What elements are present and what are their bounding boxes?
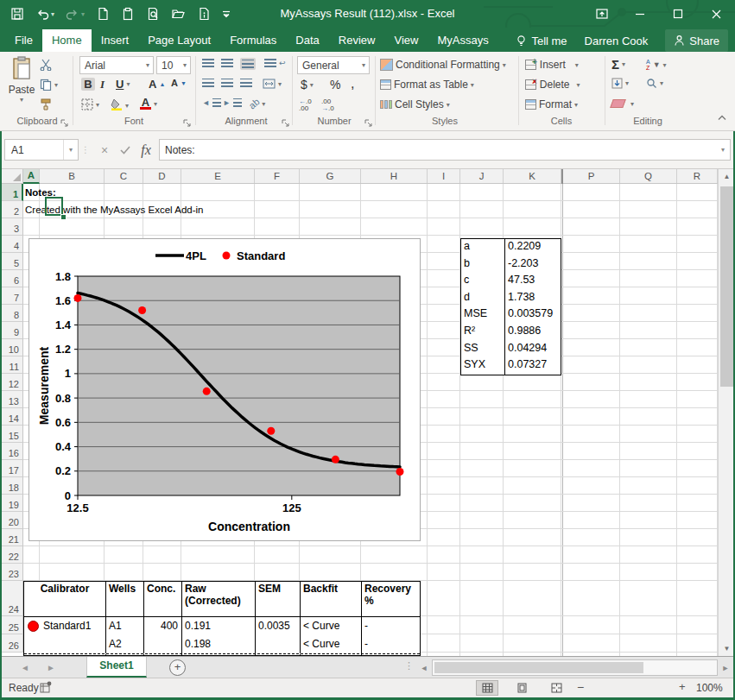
- page-break-view-button[interactable]: [545, 680, 567, 696]
- comma-style-button[interactable]: ,: [351, 76, 354, 91]
- previous-sheet-icon[interactable]: ◄: [21, 657, 29, 678]
- sort-filter-button[interactable]: AZ▼▾: [646, 59, 667, 71]
- user-account[interactable]: Darren Cook: [585, 29, 649, 52]
- column-header-B[interactable]: B: [40, 169, 105, 183]
- conditional-formatting-button[interactable]: Conditional Formatting▾: [380, 59, 506, 71]
- delete-cells-button[interactable]: × Delete▾: [525, 79, 580, 91]
- number-dialog-launcher[interactable]: [364, 117, 373, 126]
- row-header-4[interactable]: 4: [0, 236, 23, 253]
- name-box-dropdown-icon[interactable]: ▾: [63, 140, 78, 160]
- font-color-button[interactable]: A ▾: [140, 98, 157, 110]
- insert-cells-button[interactable]: + Insert▾: [525, 59, 579, 71]
- align-right-button[interactable]: [240, 79, 252, 87]
- bold-button[interactable]: B: [81, 78, 95, 91]
- format-cells-button[interactable]: Format▾: [525, 98, 578, 110]
- close-icon[interactable]: [697, 0, 735, 28]
- tell-me-button[interactable]: Tell me: [516, 29, 567, 52]
- clipboard-icon[interactable]: [121, 7, 135, 21]
- copy-button[interactable]: ▾: [40, 79, 58, 91]
- formula-bar-expand-icon[interactable]: ▾: [721, 146, 730, 154]
- vertical-scroll-thumb[interactable]: [720, 186, 733, 387]
- fill-button[interactable]: ▾: [611, 78, 629, 89]
- alignment-dialog-launcher[interactable]: [282, 117, 290, 126]
- zoom-level[interactable]: 100%: [696, 682, 723, 694]
- accounting-format-button[interactable]: $▾: [301, 78, 314, 91]
- formula-bar-grip[interactable]: ⋮: [82, 139, 89, 161]
- formula-input[interactable]: Notes: ▾: [159, 139, 731, 161]
- autosum-button[interactable]: Σ▾: [611, 57, 625, 72]
- cells-area[interactable]: Notes: Created with the MyAssays Excel A…: [23, 184, 718, 656]
- column-header-A[interactable]: A: [23, 169, 40, 184]
- tab-review[interactable]: Review: [329, 29, 385, 52]
- row-header-19[interactable]: 19: [0, 495, 23, 512]
- decrease-indent-button[interactable]: ◄: [202, 98, 221, 107]
- decrease-decimal-button[interactable]: .00→.0: [321, 98, 334, 112]
- cut-button[interactable]: [40, 59, 52, 71]
- orientation-button[interactable]: ab▾: [249, 98, 265, 109]
- borders-button[interactable]: ▾: [81, 98, 99, 110]
- cell-A2[interactable]: Created with the MyAssays Excel Add-in: [25, 201, 203, 218]
- tab-myassays[interactable]: MyAssays: [428, 29, 497, 52]
- fill-color-button[interactable]: ▾: [111, 98, 129, 113]
- row-header-3[interactable]: 3: [0, 218, 23, 236]
- column-header-R[interactable]: R: [677, 169, 718, 183]
- vertical-scrollbar[interactable]: ▲ ▼: [718, 169, 735, 656]
- increase-indent-button[interactable]: ►: [223, 98, 242, 107]
- fill-handle[interactable]: [60, 214, 67, 220]
- horizontal-scroll-thumb[interactable]: [434, 662, 643, 673]
- minimize-icon[interactable]: [621, 0, 659, 28]
- font-dialog-launcher[interactable]: [183, 117, 192, 126]
- row-header-2[interactable]: 2: [0, 201, 23, 218]
- row-header-16[interactable]: 16: [0, 443, 23, 460]
- name-box[interactable]: A1 ▾: [4, 139, 79, 161]
- increase-decimal-button[interactable]: ←.0.00: [299, 98, 312, 112]
- tab-formulas[interactable]: Formulas: [220, 29, 286, 52]
- save-icon[interactable]: [10, 7, 24, 21]
- tab-home[interactable]: Home: [42, 29, 92, 52]
- align-middle-button[interactable]: [221, 59, 233, 67]
- row-header-20[interactable]: 20: [0, 512, 23, 529]
- row-header-17[interactable]: 17: [0, 460, 23, 477]
- row-header-13[interactable]: 13: [0, 391, 23, 408]
- undo-button[interactable]: ▾: [35, 7, 54, 21]
- number-format-select[interactable]: General▾: [297, 56, 370, 74]
- tab-file[interactable]: File: [5, 29, 42, 52]
- row-header-14[interactable]: 14: [0, 408, 23, 426]
- format-as-table-button[interactable]: Format as Table▾: [380, 79, 474, 91]
- align-bottom-button[interactable]: [240, 58, 256, 70]
- redo-button[interactable]: ▾: [66, 7, 85, 21]
- row-header-12[interactable]: 12: [0, 374, 23, 391]
- row-header-10[interactable]: 10: [0, 339, 23, 356]
- font-size-select[interactable]: 10▾: [156, 56, 191, 74]
- normal-view-button[interactable]: [476, 680, 498, 696]
- tab-view[interactable]: View: [384, 29, 428, 52]
- macro-record-icon[interactable]: [40, 681, 52, 696]
- scroll-left-icon[interactable]: ◄: [418, 659, 430, 676]
- merge-center-button[interactable]: ▾: [263, 79, 282, 89]
- row-header-7[interactable]: 7: [0, 287, 23, 305]
- undo-dropdown-icon[interactable]: ▾: [51, 10, 54, 18]
- collapse-ribbon-button[interactable]: [717, 114, 727, 123]
- share-button[interactable]: Share: [665, 29, 728, 52]
- column-header-I[interactable]: I: [428, 169, 460, 183]
- column-header-C[interactable]: C: [105, 169, 143, 183]
- column-header-E[interactable]: E: [181, 169, 255, 183]
- new-sheet-button[interactable]: +: [169, 659, 186, 676]
- select-all-button[interactable]: [0, 169, 23, 183]
- calibration-chart[interactable]: 00.20.40.60.811.21.41.61.812.5125Concent…: [29, 238, 421, 541]
- row-header-22[interactable]: 22: [0, 546, 23, 564]
- column-header-Q[interactable]: Q: [620, 169, 677, 183]
- column-header-D[interactable]: D: [143, 169, 181, 183]
- format-painter-button[interactable]: [40, 98, 52, 110]
- sheet-tab-sheet1[interactable]: Sheet1: [86, 657, 147, 678]
- print-preview-icon[interactable]: [146, 7, 160, 21]
- decrease-font-size-button[interactable]: A▼: [171, 78, 187, 88]
- customize-quick-access-icon[interactable]: [222, 9, 231, 19]
- find-select-button[interactable]: ▾: [646, 78, 663, 89]
- results-group-row[interactable]: Standard1A1A24000.1910.1980.0035< Curve<…: [24, 617, 420, 654]
- row-header-6[interactable]: 6: [0, 270, 23, 287]
- align-left-button[interactable]: [202, 79, 214, 87]
- zoom-out-button[interactable]: −: [577, 680, 584, 694]
- percent-style-button[interactable]: %: [330, 78, 340, 91]
- page-layout-view-button[interactable]: [510, 680, 533, 696]
